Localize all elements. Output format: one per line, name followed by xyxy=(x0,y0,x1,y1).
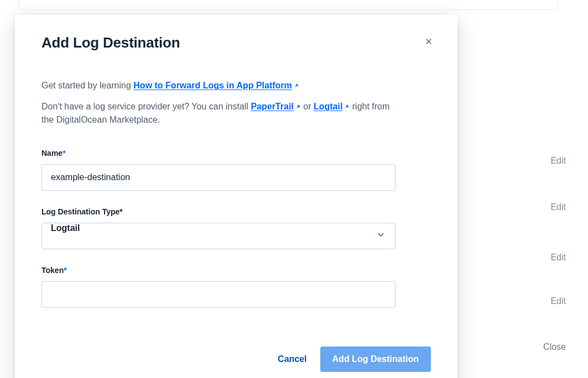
external-link-icon xyxy=(344,100,350,113)
modal-footer: Cancel Add Log Destination xyxy=(41,347,431,372)
edit-link[interactable]: Edit xyxy=(550,296,566,306)
how-to-forward-logs-link[interactable]: How to Forward Logs in App Platform xyxy=(133,81,299,90)
cancel-button[interactable]: Cancel xyxy=(278,354,306,364)
modal-title: Add Log Destination xyxy=(41,34,180,51)
intro-text-2: Don't have a log service provider yet? Y… xyxy=(41,100,396,127)
name-input[interactable] xyxy=(41,164,396,191)
edit-link[interactable]: Edit xyxy=(550,202,566,212)
close-icon xyxy=(424,37,433,48)
modal-header: Add Log Destination xyxy=(41,34,431,51)
type-select-wrapper: Logtail xyxy=(41,223,396,249)
intro-text-1: Get started by learning How to Forward L… xyxy=(41,79,431,92)
name-field-group: Name* xyxy=(41,149,431,191)
close-link[interactable]: Close xyxy=(543,342,566,351)
add-log-destination-button[interactable]: Add Log Destination xyxy=(320,347,431,372)
type-label: Log Destination Type* xyxy=(41,207,431,216)
name-label: Name* xyxy=(41,149,431,158)
token-input[interactable] xyxy=(41,281,396,308)
external-link-icon xyxy=(295,100,301,113)
add-log-destination-modal: Add Log Destination Get started by learn… xyxy=(15,15,457,378)
external-link-icon xyxy=(294,79,299,92)
bg-card xyxy=(18,0,558,10)
token-label: Token* xyxy=(41,266,431,275)
bg-close-row: Close xyxy=(543,342,566,352)
edit-link[interactable]: Edit xyxy=(550,156,566,165)
type-field-group: Log Destination Type* Logtail xyxy=(41,207,431,249)
token-field-group: Token* xyxy=(41,266,431,308)
type-select[interactable]: Logtail xyxy=(41,223,396,249)
edit-link[interactable]: Edit xyxy=(550,253,566,262)
close-button[interactable] xyxy=(423,37,434,48)
papertrail-link[interactable]: PaperTrail xyxy=(251,102,300,111)
logtail-link[interactable]: Logtail xyxy=(314,102,350,111)
